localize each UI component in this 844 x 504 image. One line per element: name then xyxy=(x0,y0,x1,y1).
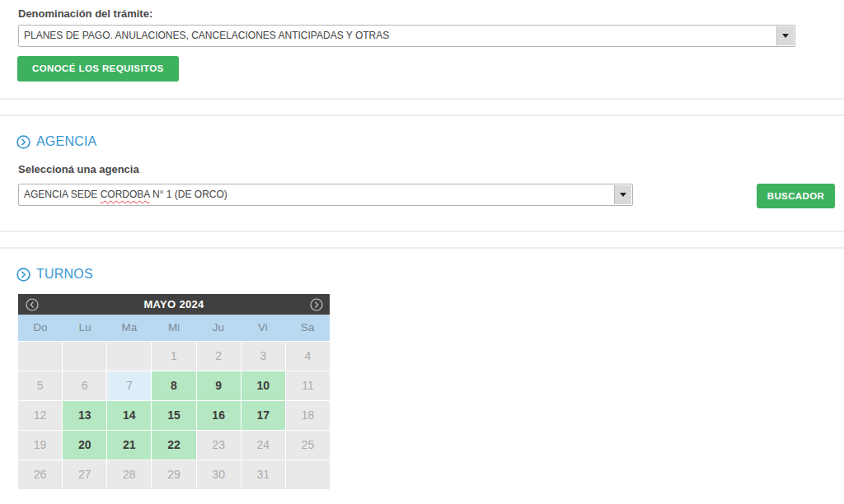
calendar-day-28: 28 xyxy=(107,460,151,489)
calendar-day-12: 12 xyxy=(18,401,62,430)
calendar-day-21[interactable]: 21 xyxy=(107,431,151,460)
calendar-day-29: 29 xyxy=(152,460,195,489)
weekday-label: Vi xyxy=(241,315,285,341)
calendar-grid: 1234567891011121314151617181920212223242… xyxy=(18,342,330,489)
calendar-day-2: 2 xyxy=(197,342,241,371)
caret-down-icon xyxy=(782,34,789,38)
caret-down-icon xyxy=(620,193,626,197)
calendar-prev-month-button[interactable] xyxy=(25,297,39,311)
calendar-day-5: 5 xyxy=(18,371,62,400)
misspelled-word: CORDOBA xyxy=(101,189,150,200)
agencia-row: AGENCIA SEDE CORDOBA N° 1 (DE ORCO) BUSC… xyxy=(18,184,844,208)
agencia-section-title: AGENCIA xyxy=(36,134,96,149)
calendar-day-empty xyxy=(63,342,106,371)
appointments-calendar: MAYO 2024 Do Lu Ma Mi Ju Vi Sa 123456789… xyxy=(18,294,330,489)
agencia-select-arrow-box[interactable] xyxy=(614,185,631,204)
calendar-day-10[interactable]: 10 xyxy=(241,371,285,400)
weekday-label: Ma xyxy=(107,315,152,341)
calendar-day-empty xyxy=(286,460,330,489)
conoce-requisitos-button[interactable]: CONOCÉ LOS REQUISITOS xyxy=(17,56,179,82)
weekday-label: Mi xyxy=(152,315,196,341)
calendar-month-label: MAYO 2024 xyxy=(143,298,204,310)
tramite-select-value: PLANES DE PAGO. ANULACIONES, CANCELACION… xyxy=(24,26,773,46)
circle-chevron-left-icon xyxy=(26,298,39,311)
tramite-label: Denominación del trámite: xyxy=(18,7,844,21)
calendar-day-31: 31 xyxy=(241,460,285,489)
divider xyxy=(0,98,844,100)
circle-chevron-right-icon xyxy=(16,135,30,149)
turnos-section-title: TURNOS xyxy=(36,267,93,282)
calendar-day-9[interactable]: 9 xyxy=(197,371,241,400)
calendar-day-4: 4 xyxy=(286,342,330,371)
weekday-label: Ju xyxy=(196,315,241,341)
divider xyxy=(0,114,844,116)
calendar-day-15[interactable]: 15 xyxy=(152,401,195,430)
calendar-day-22[interactable]: 22 xyxy=(152,431,195,460)
calendar-weekday-row: Do Lu Ma Mi Ju Vi Sa xyxy=(18,315,330,341)
agencia-section-header: AGENCIA xyxy=(16,134,844,149)
calendar-day-30: 30 xyxy=(197,460,241,489)
calendar-day-empty xyxy=(18,342,62,371)
calendar-day-empty xyxy=(107,342,151,371)
weekday-label: Sa xyxy=(285,315,330,341)
calendar-day-1: 1 xyxy=(152,342,195,371)
circle-chevron-right-icon xyxy=(310,298,323,311)
divider xyxy=(0,231,844,232)
circle-chevron-right-icon xyxy=(16,268,30,282)
calendar-day-19: 19 xyxy=(18,431,62,460)
tramite-select-arrow-box[interactable] xyxy=(776,26,794,45)
calendar-next-month-button[interactable] xyxy=(309,297,323,311)
tramite-select[interactable]: PLANES DE PAGO. ANULACIONES, CANCELACION… xyxy=(18,25,795,47)
agencia-select[interactable]: AGENCIA SEDE CORDOBA N° 1 (DE ORCO) xyxy=(18,184,633,206)
agencia-select-value: AGENCIA SEDE CORDOBA N° 1 (DE ORCO) xyxy=(24,184,611,205)
buscador-button[interactable]: BUSCADOR xyxy=(757,184,835,208)
calendar-day-27: 27 xyxy=(63,460,106,489)
calendar-day-20[interactable]: 20 xyxy=(63,431,106,460)
calendar-day-14[interactable]: 14 xyxy=(107,401,151,430)
calendar-day-25: 25 xyxy=(286,431,330,460)
calendar-day-26: 26 xyxy=(18,460,62,489)
agencia-select-label: Seleccioná una agencia xyxy=(18,163,844,176)
weekday-label: Lu xyxy=(63,315,107,341)
calendar-day-18: 18 xyxy=(286,401,330,430)
calendar-day-13[interactable]: 13 xyxy=(63,401,106,430)
calendar-day-7: 7 xyxy=(107,371,151,400)
calendar-day-3: 3 xyxy=(241,342,285,371)
turnos-section-header: TURNOS xyxy=(16,267,844,282)
weekday-label: Do xyxy=(18,315,63,341)
calendar-day-16[interactable]: 16 xyxy=(197,401,241,430)
calendar-header: MAYO 2024 xyxy=(18,294,330,315)
calendar-day-11: 11 xyxy=(286,371,330,400)
calendar-day-8[interactable]: 8 xyxy=(152,371,195,400)
calendar-day-6: 6 xyxy=(63,371,106,400)
divider xyxy=(0,247,844,249)
calendar-day-17[interactable]: 17 xyxy=(241,401,285,430)
calendar-day-24: 24 xyxy=(241,431,285,460)
calendar-day-23: 23 xyxy=(197,431,241,460)
